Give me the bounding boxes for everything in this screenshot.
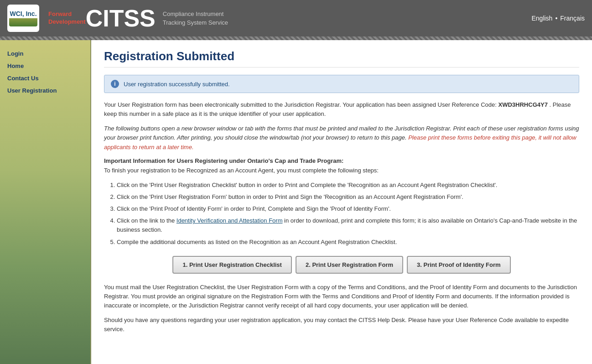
lang-switcher: English • Français (531, 15, 585, 22)
citss-subtitle: Compliance Instrument Tracking System Se… (163, 10, 228, 27)
sidebar-item-contact[interactable]: Contact Us (0, 72, 90, 84)
logo-area: WCI, Inc. Forward Development (7, 5, 86, 32)
lang-separator: • (555, 15, 557, 22)
header-stripe (0, 36, 592, 40)
info-message: User registration successfully submitted… (124, 81, 230, 88)
paragraph-mail: You must mail the User Registration Chec… (104, 283, 579, 310)
steps-intro: To finish your registration to be Recogn… (104, 166, 579, 175)
page-title: Registration Submitted (104, 49, 579, 68)
sidebar-item-user-registration[interactable]: User Registration (0, 84, 90, 97)
print-proof-button[interactable]: 3. Print Proof of Identity Form (407, 256, 510, 274)
sidebar-item-home[interactable]: Home (0, 60, 90, 72)
lang-english-link[interactable]: English (531, 15, 552, 22)
list-item: Click on the link to the Identity Verifi… (117, 216, 579, 234)
lang-french-link[interactable]: Français (560, 15, 585, 22)
steps-list: Click on the 'Print User Registration Ch… (117, 181, 579, 247)
header: WCI, Inc. Forward Development CITSS Comp… (0, 0, 592, 36)
important-heading: Important Information for Users Register… (104, 157, 579, 164)
identity-form-link[interactable]: Identity Verification and Attestation Fo… (177, 217, 283, 224)
paragraph-instructions: The following buttons open a new browser… (104, 124, 579, 151)
list-item: Compile the additional documents as list… (117, 238, 579, 247)
list-item: Click on the 'Print User Registration Fo… (117, 192, 579, 202)
logo-box: WCI, Inc. (7, 5, 39, 32)
paragraph-ref-code: Your User Registration form has been ele… (104, 100, 579, 119)
button-row: 1. Print User Registration Checklist 2. … (104, 256, 579, 274)
print-form-button[interactable]: 2. Print User Registration Form (296, 256, 403, 274)
print-checklist-button[interactable]: 1. Print User Registration Checklist (172, 256, 291, 274)
sidebar: Login Home Contact Us User Registration (0, 40, 91, 364)
paragraph-helpdesk: Should you have any questions regarding … (104, 316, 579, 334)
info-icon: i (111, 80, 119, 88)
main-content: Registration Submitted i User registrati… (91, 40, 592, 364)
logo-wci-text: WCI, Inc. (10, 10, 36, 17)
list-item: Click on the 'Print User Registration Ch… (117, 181, 579, 190)
info-box: i User registration successfully submitt… (104, 75, 579, 93)
citss-title: CITSS (86, 6, 156, 30)
logo-tagline: Forward Development (48, 10, 86, 26)
list-item: Click on the 'Print Proof of Identity Fo… (117, 204, 579, 213)
layout: Login Home Contact Us User Registration … (0, 40, 592, 364)
sidebar-item-login[interactable]: Login (0, 47, 90, 60)
